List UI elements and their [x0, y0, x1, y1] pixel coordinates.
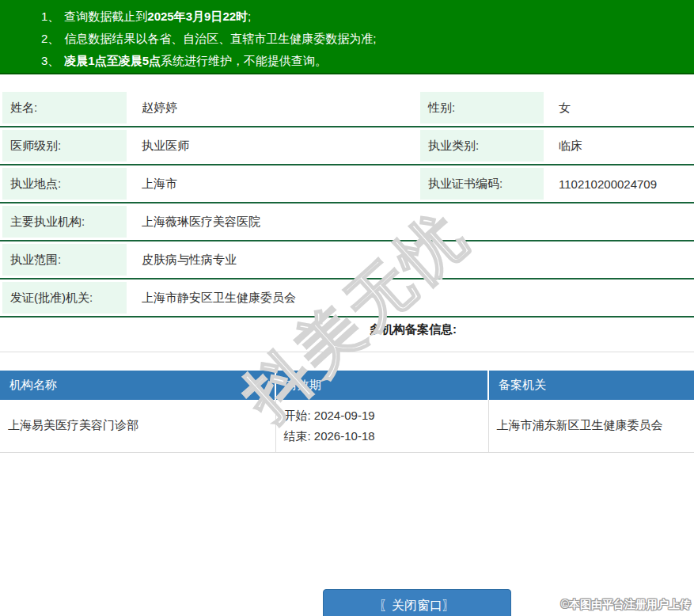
field-label-issuing-authority: 发证(批准)机关:	[0, 279, 129, 317]
field-label-practice-location: 执业地点:	[0, 165, 129, 203]
notice-banner: 1、查询数据截止到2025年3月9日22时; 2、信息数据结果以各省、自治区、直…	[0, 0, 694, 74]
column-header-validity: 有效期	[275, 371, 488, 400]
notice-text: 信息数据结果以各省、自治区、直辖市卫生健康委数据为准;	[64, 32, 376, 45]
cell-org-name: 上海易美医疗美容门诊部	[0, 400, 275, 452]
cell-validity: 开始: 2024-09-19 结束: 2026-10-18	[275, 400, 488, 452]
field-label-doctor-level: 医师级别:	[0, 127, 129, 165]
notice-text: 系统进行维护，不能提供查询。	[161, 54, 327, 67]
field-label-gender: 性别:	[418, 89, 546, 127]
notice-number: 2、	[41, 32, 59, 45]
field-label-text: 医师级别:	[2, 130, 127, 162]
notice-text-bold: 2025年3月9日22时	[147, 10, 248, 23]
notice-line-3: 3、凌晨1点至凌晨5点系统进行维护，不能提供查询。	[41, 50, 694, 72]
field-label-text: 执业类别:	[420, 130, 544, 162]
table-row: 上海易美医疗美容门诊部 开始: 2024-09-19 结束: 2026-10-1…	[0, 400, 694, 452]
field-value-gender: 女	[546, 89, 694, 127]
table-row: 执业范围: 皮肤病与性病专业	[0, 241, 694, 279]
field-value-certificate-number: 110210200024709	[546, 165, 694, 203]
table-row: 姓名: 赵婷婷 性别: 女	[0, 89, 694, 127]
upload-credit-watermark: ©本图由平台注册用户上传	[561, 598, 691, 612]
notice-text-bold: 凌晨1点至凌晨5点	[64, 54, 161, 67]
validity-end: 结束: 2026-10-18	[284, 426, 488, 447]
table-row: 医师级别: 执业医师 执业类别: 临床	[0, 127, 694, 165]
field-label-text: 执业地点:	[2, 168, 127, 200]
notice-line-1: 1、查询数据截止到2025年3月9日22时;	[41, 6, 694, 28]
multi-org-section-title: 多机构备案信息:	[132, 320, 694, 339]
field-label-certificate-number: 执业证书编码:	[418, 165, 546, 203]
field-label-text: 性别:	[420, 92, 544, 124]
column-header-filing-authority: 备案机关	[488, 371, 694, 400]
field-label-name: 姓名:	[0, 89, 129, 127]
field-value-doctor-level: 执业医师	[129, 127, 418, 165]
field-value-main-institution: 上海薇琳医疗美容医院	[129, 203, 694, 241]
section-divider	[0, 352, 694, 352]
field-label-practice-scope: 执业范围:	[0, 241, 129, 279]
field-label-text: 姓名:	[2, 92, 127, 124]
notice-number: 1、	[41, 10, 59, 23]
field-value-issuing-authority: 上海市静安区卫生健康委员会	[129, 279, 694, 317]
field-label-text: 执业证书编码:	[420, 168, 544, 200]
table-row: 发证(批准)机关: 上海市静安区卫生健康委员会	[0, 279, 694, 317]
license-query-result-page: 1、查询数据截止到2025年3月9日22时; 2、信息数据结果以各省、自治区、直…	[0, 0, 694, 616]
multi-org-registration-table: 机构名称 有效期 备案机关 上海易美医疗美容门诊部 开始: 2024-09-19…	[0, 371, 694, 453]
notice-text: 查询数据截止到	[64, 10, 147, 23]
table-row: 主要执业机构: 上海薇琳医疗美容医院	[0, 203, 694, 241]
column-header-org-name: 机构名称	[0, 371, 275, 400]
field-label-practice-category: 执业类别:	[418, 127, 546, 165]
practitioner-info-table: 姓名: 赵婷婷 性别: 女 医师级别: 执业医师 执业类别: 临床 执业地点: …	[0, 89, 694, 318]
field-label-text: 执业范围:	[2, 244, 127, 276]
notice-line-2: 2、信息数据结果以各省、自治区、直辖市卫生健康委数据为准;	[41, 28, 694, 50]
field-value-practice-scope: 皮肤病与性病专业	[129, 241, 694, 279]
validity-start: 开始: 2024-09-19	[284, 405, 488, 426]
table-row: 执业地点: 上海市 执业证书编码: 110210200024709	[0, 165, 694, 203]
field-value-name: 赵婷婷	[129, 89, 418, 127]
cell-filing-authority: 上海市浦东新区卫生健康委员会	[488, 400, 694, 452]
close-window-button[interactable]: 〖关闭窗口〗	[323, 589, 511, 616]
table-header-row: 机构名称 有效期 备案机关	[0, 371, 694, 400]
field-label-text: 主要执业机构:	[2, 206, 127, 238]
field-label-text: 发证(批准)机关:	[2, 282, 127, 314]
notice-text: ;	[248, 10, 251, 23]
field-value-practice-location: 上海市	[129, 165, 418, 203]
field-value-practice-category: 临床	[546, 127, 694, 165]
notice-number: 3、	[41, 54, 59, 67]
field-label-main-institution: 主要执业机构:	[0, 203, 129, 241]
